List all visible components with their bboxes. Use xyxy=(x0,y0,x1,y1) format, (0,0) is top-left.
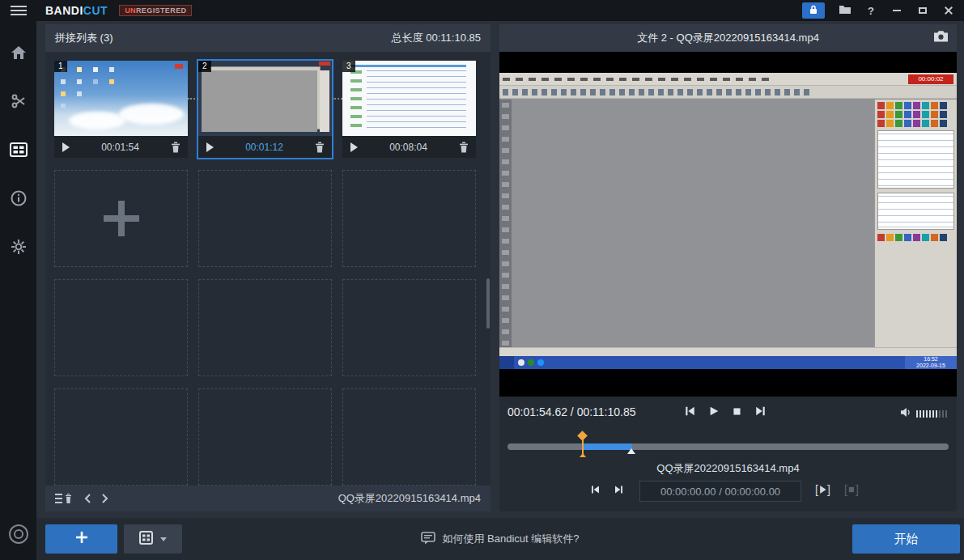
scissors-icon xyxy=(11,93,27,112)
plus-icon xyxy=(104,201,139,236)
volume-control[interactable] xyxy=(900,406,947,421)
segment-end-handle[interactable] xyxy=(627,448,635,454)
play-button[interactable] xyxy=(708,405,720,417)
camera-icon xyxy=(933,32,949,45)
list-scrollbar[interactable] xyxy=(486,278,490,329)
unregistered-badge: UNREGISTERED xyxy=(119,5,192,16)
stop-button[interactable] xyxy=(732,406,742,417)
recorded-taskbar: 16:52 2022-09-15 xyxy=(499,356,957,369)
segment-time-display: 00:00:00.00 / 00:00:00.00 xyxy=(639,481,801,502)
sidebar xyxy=(0,21,36,560)
close-button[interactable] xyxy=(938,0,959,21)
segment-start-button[interactable] xyxy=(590,485,601,494)
prev-page-button[interactable] xyxy=(84,494,91,503)
sidebar-item-settings[interactable] xyxy=(0,230,36,266)
empty-slot[interactable] xyxy=(198,170,332,267)
empty-slot[interactable] xyxy=(342,170,476,267)
add-file-button[interactable] xyxy=(45,524,117,554)
current-time: 00:01:54.62 / 00:11:10.85 xyxy=(507,405,636,418)
menu-icon[interactable] xyxy=(0,0,36,21)
film-join-icon xyxy=(10,142,28,160)
preview-panel: 文件 2 - QQ录屏20220915163414.mp4 00:00:02 xyxy=(499,24,957,511)
maximize-icon xyxy=(919,7,927,14)
join-connector xyxy=(188,98,198,100)
clip-thumbnail[interactable]: 3 xyxy=(342,61,476,136)
selected-segment xyxy=(582,443,632,450)
preview-title: 文件 2 - QQ录屏20220915163414.mp4 xyxy=(637,31,819,45)
preview-video[interactable]: 00:00:02 xyxy=(499,52,957,397)
empty-slot[interactable] xyxy=(198,388,332,486)
clip-number: 3 xyxy=(342,61,355,72)
chevron-down-icon xyxy=(160,537,167,541)
sidebar-item-home[interactable] xyxy=(0,36,36,72)
sidebar-item-info[interactable] xyxy=(0,181,36,218)
film-output-icon xyxy=(139,531,155,548)
app-logo: BANDICUT xyxy=(45,4,108,17)
clip-thumbnail[interactable]: 1 xyxy=(54,61,188,136)
join-connector xyxy=(332,98,342,100)
logo-cut: CUT xyxy=(83,4,108,17)
sidebar-item-join[interactable] xyxy=(0,133,36,169)
lock-button[interactable] xyxy=(802,2,825,19)
total-duration: 总长度 00:11:10.85 xyxy=(392,31,481,45)
skip-start-button[interactable] xyxy=(684,405,696,417)
sidebar-item-cut[interactable] xyxy=(0,84,36,121)
clip-item-1[interactable]: 1 00:01:54 xyxy=(54,61,188,158)
speaker-icon xyxy=(900,406,912,421)
open-folder-button[interactable] xyxy=(834,0,856,21)
plus-icon xyxy=(75,531,88,547)
maximize-button[interactable] xyxy=(912,0,933,21)
loop-segment-button[interactable] xyxy=(844,483,859,496)
empty-slot[interactable] xyxy=(198,279,332,376)
seek-bar[interactable] xyxy=(507,443,949,450)
lock-icon xyxy=(809,3,818,18)
clip-play-button[interactable] xyxy=(62,142,70,152)
next-page-button[interactable] xyxy=(102,494,108,503)
record-button[interactable] xyxy=(0,517,36,554)
segment-controls: 00:00:00.00 / 00:00:00.00 xyxy=(499,479,957,503)
empty-slot[interactable] xyxy=(54,279,188,376)
recorded-screen: 00:00:02 xyxy=(499,73,957,369)
play-segment-button[interactable] xyxy=(815,483,830,496)
volume-level-bars[interactable] xyxy=(916,410,947,418)
preview-header: 文件 2 - QQ录屏20220915163414.mp4 xyxy=(499,24,957,52)
help-button[interactable]: ? xyxy=(860,0,881,21)
clip-duration: 00:01:12 xyxy=(214,142,315,153)
empty-slot[interactable] xyxy=(342,279,476,376)
empty-slot[interactable] xyxy=(342,388,476,486)
selected-filename: QQ录屏20220915163414.mp4 xyxy=(338,491,481,506)
output-format-button[interactable] xyxy=(124,524,182,554)
clip-item-2-selected[interactable]: 2 00:01:12 xyxy=(198,61,332,158)
clip-play-button[interactable] xyxy=(350,142,358,152)
titlebar: BANDICUT UNREGISTERED ? xyxy=(0,0,964,21)
playback-controls: 00:01:54.62 / 00:11:10.85 xyxy=(499,401,957,426)
preview-clip-name: QQ录屏20220915163414.mp4 xyxy=(499,461,957,476)
help-tip-text: 如何使用 Bandicut 编辑软件? xyxy=(442,532,579,546)
join-list-footer: QQ录屏20220915163414.mp4 xyxy=(45,486,490,511)
clip-delete-button[interactable] xyxy=(459,142,469,153)
join-list-title: 拼接列表 (3) xyxy=(55,31,113,45)
add-clip-slot[interactable] xyxy=(54,170,188,267)
home-icon xyxy=(11,45,27,63)
clip-grid: 1 00:01:54 2 xyxy=(45,52,490,486)
minimize-button[interactable] xyxy=(886,0,907,21)
palette-icons xyxy=(877,102,954,127)
minimize-icon xyxy=(893,10,901,11)
segment-end-skip-button[interactable] xyxy=(614,485,624,494)
clip-thumbnail[interactable]: 2 xyxy=(198,61,332,136)
clip-delete-button[interactable] xyxy=(315,142,325,153)
empty-slot[interactable] xyxy=(54,388,188,486)
clip-play-button[interactable] xyxy=(206,142,214,152)
clip-delete-button[interactable] xyxy=(171,142,180,153)
clear-list-button[interactable] xyxy=(55,493,73,504)
seek-row xyxy=(507,439,949,458)
gear-icon xyxy=(11,239,27,258)
bandicut-window: BANDICUT UNREGISTERED ? 拼接列表 (3) 总长度 00:… xyxy=(0,0,964,560)
snapshot-button[interactable] xyxy=(933,30,949,45)
folder-icon xyxy=(839,3,851,18)
skip-end-button[interactable] xyxy=(754,405,767,417)
seek-marker[interactable] xyxy=(577,432,588,456)
clip-item-3[interactable]: 3 00:08:04 xyxy=(342,61,476,158)
start-button[interactable]: 开始 xyxy=(852,524,960,554)
join-list-header: 拼接列表 (3) 总长度 00:11:10.85 xyxy=(45,24,490,52)
